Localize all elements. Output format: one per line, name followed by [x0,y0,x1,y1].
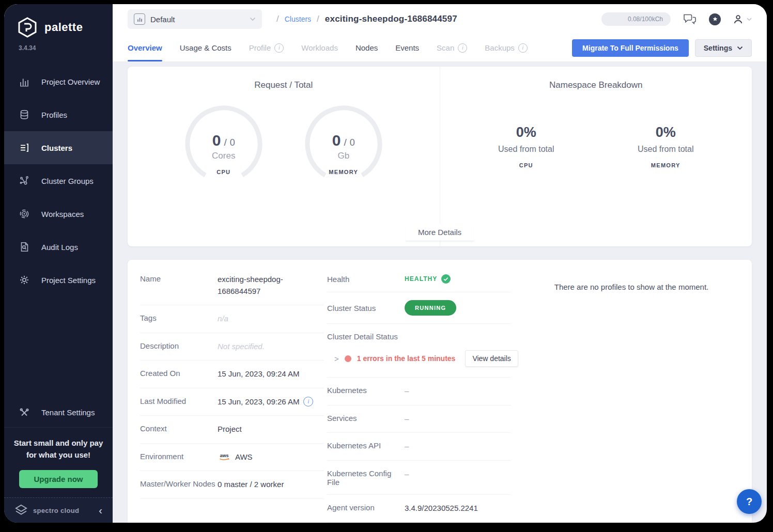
row-value: exciting-sheepdog-1686844597 [218,274,321,297]
detail-status-error-line: > 1 errors in the last 5 minutes View de… [327,350,511,367]
collapse-sidebar-icon[interactable]: ‹ [99,505,102,515]
spectro-cloud-logo-icon [14,504,28,517]
tab-label: Backups [485,43,515,52]
cluster-status-row: Cluster Status RUNNING [327,292,511,324]
status-column: Health HEALTHY Cluster S [324,266,511,522]
sidebar-item-label: Tenant Settings [41,408,95,417]
detail-row-tags: Tags n/a [140,305,324,333]
page-title: exciting-sheepdog-1686844597 [325,14,457,24]
document-search-icon [19,241,30,253]
tools-icon [19,407,30,418]
row-value: n/a [218,313,228,325]
app-window: palette 3.4.34 Project Overview [4,4,767,523]
memory-unit: Gb [337,151,349,161]
info-icon[interactable]: i [518,43,528,53]
row-label: Kubernetes Config File [327,468,405,487]
tab-overview[interactable]: Overview [128,34,162,61]
chat-icon[interactable] [683,13,697,25]
star-badge-icon[interactable] [709,13,721,25]
tab-events[interactable]: Events [395,34,419,61]
sidebar-item-cluster-groups[interactable]: Cluster Groups [4,164,113,197]
check-circle-icon [441,274,451,284]
cpu-total-value: 0 [230,137,235,148]
running-status-badge: RUNNING [405,300,456,316]
tab-label: Usage & Costs [180,43,231,52]
upgrade-now-button[interactable]: Upgrade now [19,470,97,488]
sidebar-item-clusters[interactable]: Clusters [4,131,113,164]
tab-backups: Backups i [485,34,528,61]
migrate-permissions-button[interactable]: Migrate To Full Permissions [572,39,689,57]
error-dot-icon [345,355,351,362]
tab-nodes[interactable]: Nodes [355,34,378,61]
sidebar-item-profiles[interactable]: Profiles [4,98,113,131]
tab-usage-costs[interactable]: Usage & Costs [180,34,231,61]
row-value: 0 master / 2 worker [218,479,284,491]
row-value: 3.4.9/20230525.2241 [405,503,478,514]
project-selector[interactable]: Default [128,9,262,29]
detail-row-description: Description Not specified. [140,333,324,361]
expand-chevron-icon[interactable]: > [334,354,339,363]
sidebar-item-label: Profiles [41,111,67,119]
info-icon[interactable]: i [274,43,284,53]
row-label: Agent version [327,503,405,512]
breadcrumb-clusters-link[interactable]: Clusters [285,15,311,23]
memory-total-value: 0 [350,137,355,148]
tab-label: Nodes [355,43,378,52]
user-menu[interactable] [733,14,752,25]
help-button[interactable]: ? [737,489,762,514]
promo-line: for what you use! [8,449,109,461]
row-value: 15 Jun, 2023, 09:26 AM [218,396,299,408]
footer-brand-label: spectro cloud [33,507,94,514]
more-details-button[interactable]: More Details [406,224,474,241]
gauge-separator: / [224,137,226,148]
sidebar-item-audit-logs[interactable]: Audit Logs [4,230,113,263]
project-selector-value: Default [150,15,244,24]
detail-row-name: Name exciting-sheepdog-1686844597 [140,266,324,305]
kubernetes-api-row: Kubernetes API – [327,433,511,461]
cpu-unit: Cores [212,151,235,161]
detail-row-context: Context Project [140,416,324,444]
row-value: Not specified. [218,341,265,353]
main-area: Default / Clusters / exciting-sheepdog-1… [113,4,767,523]
sidebar-item-workspaces[interactable]: Workspaces [4,197,113,230]
info-icon[interactable]: i [303,397,313,406]
gear-icon [19,274,30,286]
settings-button[interactable]: Settings [695,39,752,57]
tab-workloads: Workloads [301,34,338,61]
content: Request / Total 0 / 0 [113,62,767,523]
detail-status-label: Cluster Detail Status [327,332,511,341]
namespace-cpu-label: CPU [482,162,570,168]
settings-button-label: Settings [704,44,732,52]
row-value: 15 Jun, 2023, 09:24 AM [218,368,299,380]
cluster-detail-status-section: Cluster Detail Status > 1 errors in the … [327,324,511,378]
namespace-cpu-percent: 0% [482,124,570,140]
sidebar: palette 3.4.34 Project Overview [4,4,113,523]
row-value: – [405,385,409,397]
row-label: Master/Worker Nodes [140,479,218,488]
sidebar-item-label: Workspaces [41,210,84,218]
palette-logo-icon [17,17,38,38]
sidebar-item-tenant-settings[interactable]: Tenant Settings [4,398,113,427]
svg-text:aws: aws [220,453,228,458]
network-icon [19,175,30,186]
namespace-memory-percent: 0% [622,124,709,140]
mini-chart-icon [134,13,145,25]
detail-row-environment: Environment aws AWS [140,444,324,472]
tab-scan: Scan i [437,34,467,61]
sidebar-item-project-overview[interactable]: Project Overview [4,65,113,98]
clusters-list-icon [19,142,30,153]
profiles-column: There are no profiles to show at the mom… [511,266,752,291]
sidebar-item-project-settings[interactable]: Project Settings [4,263,113,296]
database-icon [19,109,30,120]
tab-actions: Migrate To Full Permissions Settings [572,39,752,57]
row-label: Services [327,413,405,423]
row-label: Last Modified [140,396,218,405]
agent-version-row: Agent version 3.4.9/20230525.2241 [327,495,511,523]
chevron-down-icon [747,18,752,21]
info-icon[interactable]: i [458,43,467,53]
cpu-request-value: 0 [212,132,221,149]
tab-profile: Profile i [249,34,284,61]
kubernetes-config-row: Kubernetes Config File – [327,461,511,495]
breadcrumb-separator: / [276,14,279,24]
view-details-button[interactable]: View details [465,350,518,367]
